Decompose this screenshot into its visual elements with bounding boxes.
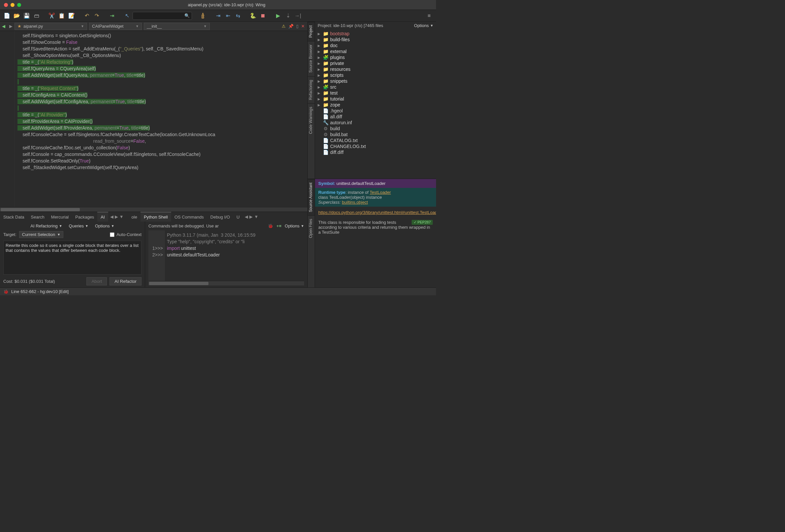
split-icon[interactable]: ▯ <box>296 24 299 29</box>
tab-scroll-left-icon[interactable]: ◀ <box>245 214 248 219</box>
tab-menu-icon[interactable]: ▼ <box>254 214 258 219</box>
tree-item-external[interactable]: ▶📁external <box>315 49 436 54</box>
target-select[interactable]: Current Selection ▼ <box>19 231 63 238</box>
step-into-button[interactable]: ⇥ <box>214 11 222 20</box>
ai-mode-dropdown[interactable]: AI Refactoring ▼ <box>30 223 62 229</box>
tree-item-plugins[interactable]: ▶🧩plugins <box>315 54 436 60</box>
tab-scroll-right-icon[interactable]: ▶ <box>115 214 118 219</box>
debug-button[interactable]: ⇣ <box>284 11 292 20</box>
abort-button[interactable]: Abort <box>86 277 107 286</box>
ai-prompt-textarea[interactable] <box>3 241 142 274</box>
step-over-button[interactable]: ⇤ <box>224 11 232 20</box>
tree-item-diff.diff[interactable]: 📄diff.diff <box>315 149 436 155</box>
toolbar-search[interactable]: 🔍 <box>133 12 192 20</box>
side-tab-code-warnings[interactable]: Code Warnings <box>308 103 315 137</box>
ai-options-dropdown[interactable]: Options ▼ <box>95 223 115 229</box>
project-options-dropdown[interactable]: Options ▼ <box>414 23 433 28</box>
tree-item-all.diff[interactable]: 📄all.diff <box>315 114 436 119</box>
paste-button[interactable]: 📝 <box>67 11 76 20</box>
tab-search[interactable]: Search <box>28 212 48 221</box>
tab-stack-data[interactable]: Stack Data <box>0 212 28 221</box>
tree-item-.hgeol[interactable]: 📄.hgeol <box>315 108 436 114</box>
step-out-button[interactable]: ⇆ <box>233 11 242 20</box>
undo-button[interactable]: ↶ <box>82 11 91 20</box>
nav-forward-button[interactable]: ▶ <box>7 23 15 30</box>
indent-button[interactable]: ⇥ <box>107 11 116 20</box>
tree-item-autorun.inf[interactable]: 🔧autorun.inf <box>315 119 436 126</box>
continue-button[interactable]: →| <box>294 11 302 20</box>
tree-item-test[interactable]: ▶📁test <box>315 90 436 96</box>
cursor-button[interactable]: ↖ <box>123 11 131 20</box>
shell-options-dropdown[interactable]: Options ▼ <box>285 223 304 229</box>
run-button[interactable]: ▶ <box>274 11 282 20</box>
shell-scrollbar[interactable] <box>148 281 304 286</box>
project-tree[interactable]: ▶📁bootstrap▶📁build-files▶📁doc▶📁external▶… <box>315 29 436 179</box>
save-button[interactable]: 💾 <box>22 11 31 20</box>
doc-url-link[interactable]: https://docs.python.org/3/library/unitte… <box>318 210 436 215</box>
side-tab-open-files[interactable]: Open Files <box>308 215 315 241</box>
tree-item-scripts[interactable]: ▶📁scripts <box>315 72 436 78</box>
warning-icon[interactable]: ⚠ <box>282 24 286 29</box>
shell-body[interactable]: 1>>> 2>>> Python 3.11.7 (main, Jan 3 202… <box>148 231 304 281</box>
copy-button[interactable]: 📋 <box>57 11 66 20</box>
method-dropdown[interactable]: __init__ ▼ <box>144 23 210 30</box>
bug-icon[interactable]: 🐞 <box>268 223 273 229</box>
superclass-link[interactable]: builtins.object <box>342 200 368 205</box>
side-tab-refactoring[interactable]: Refactoring <box>308 76 315 103</box>
tree-item-build[interactable]: ⚙build <box>315 126 436 132</box>
tree-item-zope[interactable]: ▶📁zope <box>315 102 436 108</box>
maximize-window-button[interactable] <box>17 3 21 7</box>
menu-button[interactable]: ≡ <box>425 11 433 20</box>
tab-os-commands[interactable]: OS Commands <box>171 212 207 221</box>
cut-button[interactable]: ✂️ <box>48 11 56 20</box>
find-replace-button[interactable]: AB <box>199 11 207 20</box>
tab-ole[interactable]: ole <box>128 212 141 221</box>
tree-item-tutorial[interactable]: ▶📁tutorial <box>315 96 436 102</box>
tree-item-bootstrap[interactable]: ▶📁bootstrap <box>315 31 436 36</box>
tab-ai[interactable]: AI <box>97 212 108 221</box>
tree-item-private[interactable]: ▶📁private <box>315 60 436 66</box>
side-tab-source-browser[interactable]: Source Browser <box>308 41 315 76</box>
stop-debug-button[interactable]: ⏹ <box>259 11 267 20</box>
side-tab-project[interactable]: Project <box>308 22 315 41</box>
ai-panel: AI Refactoring ▼ Queries ▼ Options ▼ Tar… <box>0 221 145 287</box>
add-icon[interactable]: +≡ <box>276 223 281 229</box>
tab-debug-i/o[interactable]: Debug I/O <box>207 212 233 221</box>
new-file-button[interactable]: 📄 <box>3 11 11 20</box>
tree-item-build.bat[interactable]: ⚙build.bat <box>315 132 436 137</box>
open-file-button[interactable]: 📂 <box>12 11 21 20</box>
tree-item-src[interactable]: ▶🧩src <box>315 84 436 90</box>
nav-back-button[interactable]: ◀ <box>0 23 7 30</box>
tab-scroll-right-icon[interactable]: ▶ <box>249 214 253 219</box>
ai-refactor-button[interactable]: AI Refactor <box>109 277 142 286</box>
tree-item-doc[interactable]: ▶📁doc <box>315 43 436 49</box>
tab-packages[interactable]: Packages <box>72 212 97 221</box>
tab-mercurial[interactable]: Mercurial <box>48 212 72 221</box>
tab-menu-icon[interactable]: ▼ <box>119 214 124 219</box>
python-button[interactable]: 🐍 <box>249 11 257 20</box>
toolbar-search-input[interactable] <box>135 14 184 18</box>
code-editor[interactable]: self.fSingletons = singleton.GetSingleto… <box>15 31 307 207</box>
minimize-window-button[interactable] <box>10 3 15 7</box>
tree-item-CHANGELOG.txt[interactable]: 📄CHANGELOG.txt <box>315 143 436 149</box>
close-window-button[interactable] <box>4 3 8 7</box>
bug-icon[interactable]: 🐞 <box>3 289 8 294</box>
tab-scroll-left-icon[interactable]: ◀ <box>110 214 113 219</box>
tab-u[interactable]: U <box>233 212 243 221</box>
tree-item-CATALOG.txt[interactable]: 📄CATALOG.txt <box>315 137 436 143</box>
tree-item-build-files[interactable]: ▶📁build-files <box>315 36 436 43</box>
class-dropdown[interactable]: CAIPanelWidget ▼ <box>89 23 142 30</box>
testloader-link[interactable]: TestLoader <box>370 190 391 195</box>
auto-context-checkbox[interactable]: Auto-Context <box>110 232 142 237</box>
save-all-button[interactable]: 🗃 <box>32 11 41 20</box>
horizontal-scrollbar[interactable] <box>0 207 307 212</box>
redo-button[interactable]: ↷ <box>92 11 101 20</box>
tree-item-resources[interactable]: ▶📁resources <box>315 66 436 72</box>
close-tab-icon[interactable]: ✕ <box>301 24 305 29</box>
tab-python-shell[interactable]: Python Shell <box>141 212 171 221</box>
ai-queries-dropdown[interactable]: Queries ▼ <box>69 223 88 229</box>
tree-item-snippets[interactable]: ▶📁snippets <box>315 78 436 84</box>
file-dropdown[interactable]: ★ aipanel.py ▼ <box>15 23 87 30</box>
bookmark-icon[interactable]: 📌 <box>288 24 294 29</box>
side-tab-source-assistant[interactable]: Source Assistant <box>308 179 315 215</box>
